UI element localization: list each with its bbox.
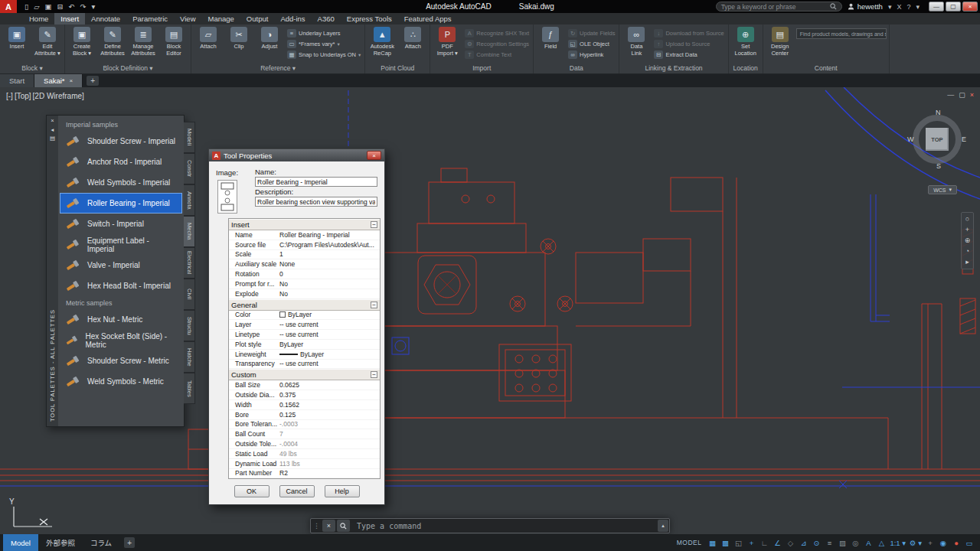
property-row-part-number[interactable]: Part NumberR2	[229, 469, 380, 479]
palette-tab-civil[interactable]: Civil	[184, 279, 195, 310]
palette-tab-modeli[interactable]: Modeli	[184, 122, 195, 153]
palette-close-icon[interactable]: ×	[51, 118, 54, 124]
ribbon-button-define-attributes[interactable]: ✎Define Attributes	[98, 26, 127, 57]
compass-north-label[interactable]: N	[936, 109, 941, 116]
full-navigation-wheel-icon[interactable]: ○	[965, 216, 969, 223]
ribbon-button-data-link[interactable]: ∞Data Link	[622, 26, 651, 57]
ribbon-item-extract-data[interactable]: ⊟Extract Data	[652, 50, 725, 60]
command-grip-handle[interactable]: ⋮	[312, 522, 322, 530]
property-row-bore[interactable]: Bore0.125	[229, 410, 380, 420]
ribbon-button-clip[interactable]: ✂Clip	[224, 26, 253, 50]
maximize-button[interactable]: ▢	[946, 2, 961, 11]
property-value[interactable]: -- use current	[279, 321, 380, 328]
ribbon-button-autodesk-recap[interactable]: ▲Autodesk ReCap	[368, 26, 397, 57]
showmotion-icon[interactable]: ▸	[965, 259, 969, 266]
palette-item-switch-imperial[interactable]: Switch - Imperial	[60, 214, 182, 234]
property-value[interactable]: 0.1562	[279, 401, 380, 409]
selection-cycling-icon[interactable]: ◎	[849, 536, 861, 549]
property-row-lineweight[interactable]: LineweightByLayer	[229, 350, 380, 360]
grid-icon[interactable]: ▦	[706, 536, 718, 549]
content-search-box[interactable]: Find product models, drawings and specs	[796, 28, 887, 39]
tab-output[interactable]: Output	[240, 13, 275, 24]
tab-view[interactable]: View	[174, 13, 201, 24]
property-value[interactable]: -.0004	[279, 440, 380, 448]
property-value[interactable]: No	[279, 280, 380, 288]
property-row-width[interactable]: Width0.1562	[229, 400, 380, 410]
ribbon-item-combine-text[interactable]: TCombine Text	[463, 50, 531, 60]
property-value[interactable]: -.0003	[279, 420, 380, 428]
viewcube[interactable]: TOP N S W E	[908, 110, 966, 168]
ortho-mode-icon[interactable]: ∟	[758, 536, 770, 549]
palette-tab-hatche[interactable]: Hatche	[184, 341, 195, 373]
palette-tab-mecha[interactable]: Mecha	[184, 216, 195, 247]
file-tab-sakai[interactable]: Sakai*×	[34, 74, 83, 87]
property-row-outside-tole[interactable]: Outside Tole...-.0004	[229, 439, 380, 449]
ribbon-button-manage-attributes[interactable]: ≣Manage Attributes	[129, 26, 158, 57]
property-value[interactable]: ByLayer	[279, 350, 380, 358]
viewport-close-icon[interactable]: ×	[970, 91, 974, 99]
annotation-scale-icon[interactable]: 1:1 ▾	[888, 536, 907, 549]
ribbon-panel-label[interactable]: Linking & Extraction	[619, 63, 727, 73]
cancel-button[interactable]: Cancel	[279, 485, 315, 497]
tab-featured-apps[interactable]: Featured Apps	[398, 13, 458, 24]
ribbon-item-underlay-layers[interactable]: ≡Underlay Layers	[286, 28, 362, 38]
new-layout-button[interactable]: +	[124, 537, 135, 548]
collapse-icon[interactable]: −	[371, 221, 377, 228]
viewport-restore-icon[interactable]: ▢	[959, 91, 965, 99]
command-history-expand-icon[interactable]: ▴	[658, 520, 668, 532]
palette-item-anchor-rod-imperial[interactable]: Anchor Rod - Imperial	[60, 152, 182, 172]
help-dropdown-icon[interactable]: ▾	[916, 3, 920, 11]
tab-insert[interactable]: Insert	[54, 13, 85, 24]
palette-tab-electrical[interactable]: Electrical	[184, 247, 195, 279]
ribbon-item-snap-to-underlays-on[interactable]: ▦Snap to Underlays ON▾	[286, 50, 362, 60]
palette-item-shoulder-screw-imperial[interactable]: Shoulder Screw - Imperial	[60, 131, 182, 152]
autocad-logo-icon[interactable]: A	[0, 0, 17, 13]
ribbon-button-set-location[interactable]: ⊕Set Location	[731, 26, 760, 57]
palette-tab-tables[interactable]: Tables	[184, 373, 195, 404]
property-row-prompt-for-r[interactable]: Prompt for r...No	[229, 279, 380, 289]
ok-button[interactable]: OK	[234, 485, 270, 497]
palette-item-hex-nut-metric[interactable]: Hex Nut - Metric	[60, 309, 182, 330]
name-input[interactable]	[255, 177, 377, 187]
ribbon-panel-label[interactable]: Reference ▾	[191, 63, 364, 73]
help-search-box[interactable]: Type a keyword or phrase	[716, 2, 842, 11]
pan-icon[interactable]: +	[965, 227, 969, 233]
property-row-auxiliary-scale[interactable]: Auxiliary scaleNone	[229, 259, 380, 269]
viewport-menu-control[interactable]: [-]	[6, 92, 13, 100]
ribbon-item-recognition-settings[interactable]: ⚙Recognition Settings	[463, 39, 531, 49]
property-row-static-load[interactable]: Static Load49 lbs	[229, 449, 380, 459]
palette-item-roller-bearing-imperial[interactable]: Roller Bearing - Imperial	[60, 193, 182, 214]
ribbon-button-pdf-import[interactable]: PPDF Import ▾	[433, 26, 462, 57]
property-row-ball-size[interactable]: Ball Size0.0625	[229, 380, 380, 390]
dynamic-input-icon[interactable]: +	[745, 536, 757, 549]
command-customize-icon[interactable]	[337, 520, 350, 532]
layout-tab-item-2[interactable]: コラム	[83, 534, 119, 551]
tab-a360[interactable]: A360	[312, 13, 341, 24]
palette-item-valve-imperial[interactable]: Valve - Imperial	[60, 255, 182, 276]
lineweight-icon[interactable]: ≡	[823, 536, 835, 549]
property-value[interactable]: 7	[279, 430, 380, 438]
layout-tab-model[interactable]: Model	[3, 534, 38, 551]
dialog-close-icon[interactable]: ×	[367, 151, 381, 160]
ribbon-button-edit-attribute[interactable]: ✎Edit Attribute ▾	[33, 26, 62, 57]
palette-item-hex-socket-bolt-side-metric[interactable]: Hex Socket Bolt (Side) - Metric	[60, 330, 182, 350]
visual-style-control[interactable]: [2D Wireframe]	[33, 92, 84, 100]
section-header-custom[interactable]: Custom−	[229, 369, 380, 380]
ribbon-panel-label[interactable]: Block Definition ▾	[65, 63, 191, 73]
viewport-minimize-icon[interactable]: —	[947, 91, 954, 99]
ribbon-item-frames-vary[interactable]: ▭*Frames vary*▾	[286, 39, 362, 49]
property-value[interactable]: 0.125	[279, 411, 380, 419]
property-row-rotation[interactable]: Rotation0	[229, 269, 380, 279]
ribbon-item-hyperlink[interactable]: ∞Hyperlink	[567, 50, 616, 60]
property-row-color[interactable]: ColorByLayer	[229, 311, 380, 321]
palette-auto-hide-icon[interactable]: ◂	[51, 127, 54, 133]
clean-screen-icon[interactable]: ▭	[963, 536, 975, 549]
graphics-performance-icon[interactable]: ●	[950, 536, 962, 549]
qat-dropdown-icon[interactable]: ▾	[91, 2, 95, 11]
palette-item-shoulder-screw-metric[interactable]: Shoulder Screw - Metric	[60, 350, 182, 371]
ribbon-button-attach[interactable]: ∴Attach	[398, 26, 427, 50]
tab-annotate[interactable]: Annotate	[85, 13, 126, 24]
property-value[interactable]: 0	[279, 270, 380, 278]
tab-manage[interactable]: Manage	[202, 13, 240, 24]
zoom-icon[interactable]: ⊕	[965, 237, 971, 244]
